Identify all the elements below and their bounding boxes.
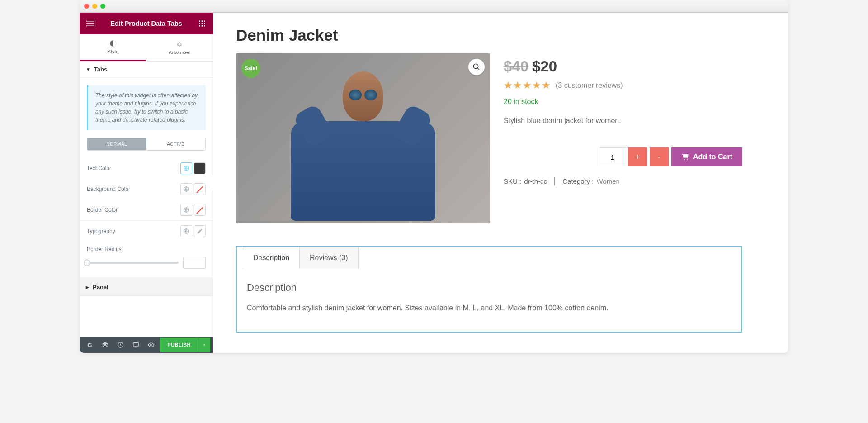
tab-advanced-label: Advanced bbox=[169, 50, 191, 55]
state-normal[interactable]: Normal bbox=[87, 138, 146, 150]
hamburger-icon bbox=[86, 19, 94, 28]
border-color-picker[interactable] bbox=[194, 204, 206, 216]
preview-area[interactable]: Denim Jacket Sale! bbox=[213, 13, 788, 353]
caret-down-icon: ▼ bbox=[86, 67, 90, 72]
svg-point-19 bbox=[473, 64, 478, 69]
section-tabs-header[interactable]: ▼ Tabs bbox=[80, 62, 213, 78]
text-color-picker[interactable] bbox=[194, 162, 206, 174]
svg-rect-1 bbox=[86, 23, 94, 24]
product-figure bbox=[236, 53, 490, 223]
tab-reviews[interactable]: Reviews (3) bbox=[299, 247, 358, 269]
quantity-minus-button[interactable]: - bbox=[650, 147, 669, 166]
svg-rect-7 bbox=[202, 23, 203, 24]
tab-description[interactable]: Description bbox=[243, 247, 300, 269]
border-radius-input[interactable] bbox=[183, 257, 206, 269]
editor-sidebar: Edit Product Data Tabs Style Advanced ▼ bbox=[80, 13, 213, 353]
tab-style-label: Style bbox=[108, 49, 118, 54]
style-notice: The style of this widget is often affect… bbox=[87, 85, 206, 130]
tab-content-description: Description Comfortable and stylish deni… bbox=[237, 268, 741, 332]
svg-rect-4 bbox=[202, 20, 203, 22]
description-heading: Description bbox=[247, 282, 731, 294]
text-color-label: Text Color bbox=[87, 165, 111, 171]
svg-rect-11 bbox=[204, 25, 205, 27]
sale-badge: Sale! bbox=[241, 59, 260, 78]
border-radius-slider[interactable] bbox=[87, 262, 179, 264]
sku-label: SKU : bbox=[504, 177, 521, 185]
add-to-cart-row: + - Add to Cart bbox=[504, 147, 742, 166]
sidebar-body: ▼ Tabs The style of this widget is often… bbox=[80, 62, 213, 337]
menu-button[interactable] bbox=[85, 18, 96, 29]
star-rating: ★★★★★ bbox=[504, 80, 551, 91]
short-description: Stylish blue denim jacket for women. bbox=[504, 117, 742, 125]
responsive-button[interactable] bbox=[128, 337, 143, 353]
quantity-plus-button[interactable]: + bbox=[628, 147, 647, 166]
price-old: $40 bbox=[504, 58, 528, 75]
sidebar-header: Edit Product Data Tabs bbox=[80, 13, 213, 34]
settings-button[interactable] bbox=[82, 337, 97, 353]
tabs-nav: Description Reviews (3) bbox=[237, 247, 741, 268]
price: $40$20 bbox=[504, 58, 742, 75]
control-border-color: Border Color bbox=[80, 200, 213, 220]
section-tabs-label: Tabs bbox=[94, 66, 107, 73]
pencil-icon bbox=[197, 228, 203, 234]
slider-thumb[interactable] bbox=[84, 260, 90, 266]
desktop-icon bbox=[132, 342, 139, 348]
globe-icon bbox=[183, 228, 189, 234]
publish-options-button[interactable] bbox=[198, 338, 210, 352]
state-active[interactable]: Active bbox=[146, 138, 206, 150]
preview-button[interactable] bbox=[144, 337, 158, 353]
background-color-picker[interactable] bbox=[194, 183, 206, 195]
window-maximize-icon[interactable] bbox=[100, 4, 105, 9]
svg-rect-2 bbox=[86, 26, 94, 27]
global-typography-button[interactable] bbox=[180, 225, 192, 237]
sidebar-title: Edit Product Data Tabs bbox=[110, 20, 182, 27]
window-minimize-icon[interactable] bbox=[92, 4, 97, 9]
tab-style[interactable]: Style bbox=[80, 34, 146, 61]
history-button[interactable] bbox=[113, 337, 127, 353]
global-bg-button[interactable] bbox=[180, 183, 192, 195]
section-panel-header[interactable]: ▸ Panel bbox=[80, 278, 213, 296]
border-color-label: Border Color bbox=[87, 207, 118, 213]
svg-rect-6 bbox=[199, 23, 200, 24]
svg-rect-10 bbox=[202, 25, 203, 27]
state-toggle: Normal Active bbox=[87, 138, 206, 151]
control-text-color: Text Color bbox=[80, 158, 213, 179]
control-border-radius: Border Radius bbox=[80, 242, 213, 278]
text-color-swatch bbox=[194, 163, 205, 174]
magnifier-icon bbox=[472, 63, 481, 71]
eye-icon bbox=[148, 342, 155, 348]
typography-edit-button[interactable] bbox=[194, 225, 206, 237]
add-to-cart-button[interactable]: Add to Cart bbox=[671, 147, 742, 166]
quantity-input[interactable] bbox=[600, 147, 625, 166]
global-color-button[interactable] bbox=[180, 162, 192, 174]
product-image: Sale! bbox=[236, 53, 490, 223]
control-typography: Typography bbox=[80, 221, 213, 242]
jacket-shape bbox=[291, 121, 435, 221]
category-link[interactable]: Women bbox=[596, 177, 619, 185]
globe-icon bbox=[183, 207, 189, 213]
globe-icon bbox=[183, 186, 189, 192]
background-color-label: Background Color bbox=[87, 186, 130, 192]
widgets-grid-button[interactable] bbox=[197, 18, 208, 29]
zoom-button[interactable] bbox=[468, 59, 485, 75]
caret-right-icon: ▸ bbox=[86, 284, 89, 290]
meta-separator: │ bbox=[553, 177, 557, 185]
price-new: $20 bbox=[532, 58, 557, 75]
history-icon bbox=[117, 342, 124, 348]
sidebar-tabs: Style Advanced bbox=[80, 34, 213, 62]
svg-rect-0 bbox=[86, 21, 94, 22]
publish-button[interactable]: Publish bbox=[160, 338, 198, 352]
lens-left bbox=[349, 90, 362, 100]
navigator-button[interactable] bbox=[98, 337, 112, 353]
lens-right bbox=[364, 90, 377, 100]
description-body: Comfortable and stylish denim jacket for… bbox=[247, 303, 731, 314]
sku-value: dr-th-co bbox=[524, 177, 547, 185]
reviews-link[interactable]: (3 customer reviews) bbox=[556, 81, 623, 90]
svg-point-21 bbox=[687, 159, 688, 160]
tab-advanced[interactable]: Advanced bbox=[146, 34, 213, 61]
window-close-icon[interactable] bbox=[84, 4, 89, 9]
border-radius-label: Border Radius bbox=[87, 246, 122, 252]
global-border-button[interactable] bbox=[180, 204, 192, 216]
product-title: Denim Jacket bbox=[236, 26, 742, 44]
preview-inner: Denim Jacket Sale! bbox=[213, 13, 765, 346]
